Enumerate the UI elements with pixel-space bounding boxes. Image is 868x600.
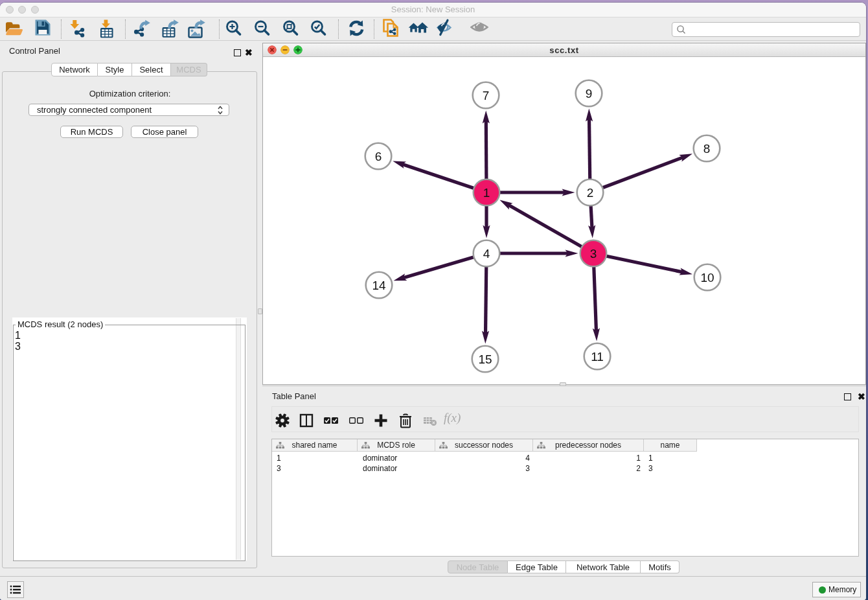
svg-text:4: 4 bbox=[483, 247, 490, 260]
svg-text:2: 2 bbox=[587, 186, 594, 200]
svg-text:7: 7 bbox=[483, 89, 490, 102]
svg-text:8: 8 bbox=[703, 142, 711, 156]
svg-text:3: 3 bbox=[590, 247, 597, 260]
svg-text:1: 1 bbox=[483, 186, 490, 200]
svg-text:11: 11 bbox=[591, 350, 604, 363]
svg-text:14: 14 bbox=[372, 279, 386, 292]
svg-text:10: 10 bbox=[700, 271, 714, 284]
svg-text:15: 15 bbox=[478, 352, 492, 366]
svg-text:6: 6 bbox=[375, 150, 382, 163]
svg-text:9: 9 bbox=[586, 87, 593, 100]
